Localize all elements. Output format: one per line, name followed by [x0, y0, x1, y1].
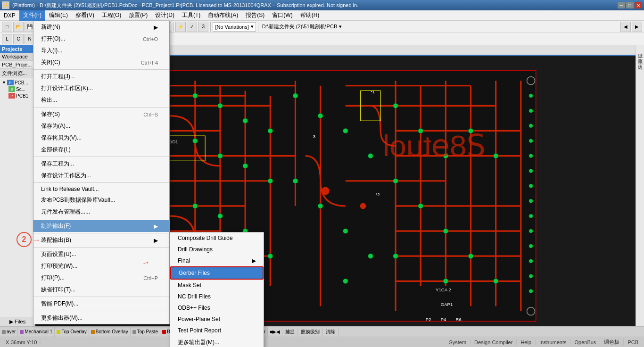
- files-label[interactable]: 文件浏览...: [0, 69, 35, 78]
- menu-smart-pdf[interactable]: 智能 PDF(M)...: [33, 298, 169, 310]
- variations-dropdown[interactable]: [No Variations] ▾: [213, 22, 256, 32]
- menu-view[interactable]: 察看(V): [72, 10, 98, 21]
- nav-fwd[interactable]: ▶: [632, 22, 642, 32]
- menu-edit[interactable]: 编辑(E): [45, 10, 72, 21]
- menu-auto[interactable]: 自动布线(A): [204, 10, 242, 21]
- 3d-btn[interactable]: 3: [198, 22, 208, 32]
- right-tab-fav[interactable]: 收藏: [636, 53, 644, 58]
- svg-point-38: [218, 153, 223, 158]
- menu-save-workspace-as[interactable]: 保存设计工作区为...: [33, 170, 169, 182]
- status-design-compiler[interactable]: Design Compiler: [471, 339, 517, 345]
- svg-point-79: [529, 274, 533, 278]
- submenu-nc-drill[interactable]: NC Drill Files: [170, 291, 264, 302]
- menu-fabrication[interactable]: 制造输出(F)▶: [33, 220, 169, 232]
- status-openbus[interactable]: OpenBus: [571, 339, 601, 345]
- menu-save-all[interactable]: 全部保存(L): [33, 144, 169, 156]
- status-system[interactable]: System: [445, 339, 471, 345]
- layer-bottom-overlay[interactable]: Bottom Overlay: [89, 327, 131, 337]
- menu-help[interactable]: 帮助(H): [297, 10, 323, 21]
- comp-btn[interactable]: C: [13, 34, 24, 44]
- menu-report[interactable]: 报告(S): [242, 10, 268, 21]
- menu-save-project-as[interactable]: 保存工程为...: [33, 158, 169, 170]
- menu-open-workspace[interactable]: 打开设计工作区(K)...: [33, 83, 169, 94]
- menu-publish-pcb[interactable]: 发布PCB到数据保险库Vault...: [33, 194, 169, 206]
- menu-print-preview[interactable]: 打印预览(W)...: [33, 260, 169, 272]
- svg-text:*2: *2: [376, 192, 380, 197]
- layer-snap[interactable]: 捕捉: [282, 327, 298, 337]
- svg-point-61: [368, 254, 373, 259]
- submenu-drill-drawings[interactable]: Drill Drawings: [170, 244, 264, 255]
- tree-pcb-file[interactable]: P PCB1: [7, 92, 34, 99]
- submenu-composite-drill[interactable]: Composite Drill Guide: [170, 232, 264, 244]
- new-btn[interactable]: □: [2, 22, 12, 32]
- menu-open[interactable]: 打开(O)...Ctrl+O: [33, 33, 169, 45]
- menu-checkout[interactable]: 检出...: [33, 94, 169, 106]
- svg-point-74: [529, 199, 533, 203]
- menu-assembly[interactable]: 装配输出(B)▶: [33, 234, 169, 246]
- menu-print[interactable]: 打印(P)...Ctrl+P: [33, 272, 169, 284]
- tree-sch[interactable]: S Sc...: [7, 86, 34, 92]
- layer-status-bar: ayer Mechanical 1 Top Overlay Bottom Ove…: [0, 326, 644, 337]
- status-help[interactable]: Help: [517, 339, 536, 345]
- layer-dot-bottom-overlay: [91, 330, 95, 334]
- close-button[interactable]: ✕: [635, 2, 642, 8]
- menu-design[interactable]: 设计(D): [151, 10, 178, 21]
- tree-root[interactable]: ▼ P PCB...: [1, 79, 34, 86]
- layer-current[interactable]: ayer: [0, 327, 18, 337]
- menu-import[interactable]: 导入(I)...: [33, 45, 169, 57]
- layer-btn[interactable]: L: [2, 34, 12, 44]
- layer-mechanical[interactable]: Mechanical 1: [18, 327, 55, 337]
- minimize-button[interactable]: ─: [618, 2, 625, 8]
- svg-text:R6: R6: [456, 317, 462, 322]
- svg-point-47: [343, 128, 348, 133]
- menu-dxp[interactable]: DXP: [0, 10, 19, 21]
- menu-save[interactable]: 保存(S)Ctrl+S: [33, 108, 169, 120]
- menu-tools[interactable]: 工具(T): [178, 10, 204, 21]
- status-palette[interactable]: 调色板: [600, 339, 624, 346]
- submenu-final[interactable]: Final▶: [170, 255, 264, 266]
- layer-nav-btns[interactable]: ■▶◀: [268, 327, 282, 337]
- tree-icon-sch: S: [8, 86, 15, 92]
- menu-open-project[interactable]: 打开工程(J)...: [33, 71, 169, 83]
- menu-project[interactable]: 工程(O): [98, 10, 125, 21]
- right-tab-history[interactable]: 历史: [636, 58, 644, 63]
- nav-back[interactable]: ◀: [620, 22, 631, 32]
- layer-top-overlay[interactable]: Top Overlay: [55, 327, 89, 337]
- submenu-more-outputs2[interactable]: 更多输出器(M)...: [170, 336, 264, 347]
- maximize-button[interactable]: □: [626, 2, 634, 8]
- menu-more-outputs[interactable]: 更多输出器(M)...: [33, 312, 169, 324]
- files-tab[interactable]: ▶ Files: [0, 317, 35, 326]
- svg-point-40: [268, 178, 273, 183]
- menu-close[interactable]: 关闭(C)Ctrl+F4: [33, 57, 169, 68]
- status-instruments[interactable]: Instruments: [536, 339, 570, 345]
- layer-clear[interactable]: 清除: [323, 327, 339, 337]
- svg-point-62: [268, 128, 273, 133]
- layer-top-paste[interactable]: Top Paste: [131, 327, 160, 337]
- svg-point-34: [193, 93, 198, 99]
- drc-btn[interactable]: ✓: [187, 22, 197, 32]
- submenu-test-point[interactable]: Test Point Report: [170, 325, 264, 336]
- menu-save-as[interactable]: 保存为(A)...: [33, 120, 169, 132]
- menu-window[interactable]: 窗口(W): [268, 10, 296, 21]
- svg-point-48: [368, 153, 373, 158]
- right-tab-filter[interactable]: 过滤: [636, 47, 644, 52]
- menu-default-print[interactable]: 缺省打印(T)...: [33, 284, 169, 296]
- submenu-power-plane[interactable]: Power-Plane Set: [170, 314, 264, 325]
- menu-comp-mgr[interactable]: 元件发布管理器......: [33, 206, 169, 218]
- submenu-mask-set[interactable]: Mask Set: [170, 280, 264, 291]
- submenu-odb[interactable]: ODB++ Files: [170, 302, 264, 314]
- project-tree: ▼ P PCB... S Sc... P PCB1: [0, 78, 35, 317]
- sep1: [33, 69, 169, 70]
- layer-mask[interactable]: 擦膜级别: [298, 327, 323, 337]
- status-pcb[interactable]: PCB: [624, 339, 642, 345]
- route-btn[interactable]: ⚡: [175, 22, 186, 32]
- submenu-gerber[interactable]: Gerber Files: [170, 266, 264, 280]
- menu-page-setup[interactable]: 页面设置(U)...: [33, 248, 169, 260]
- tree-pcbf-label: PCB1: [16, 93, 28, 99]
- menu-file[interactable]: 文件(F): [19, 10, 45, 21]
- menu-save-copy[interactable]: 保存拷贝为(V)...: [33, 132, 169, 144]
- open-btn[interactable]: 📂: [13, 22, 24, 32]
- menu-link-vault[interactable]: Link to Release Vault...: [33, 184, 169, 194]
- menu-place[interactable]: 放置(P): [125, 10, 151, 21]
- menu-new[interactable]: 新建(N)▶: [33, 21, 169, 33]
